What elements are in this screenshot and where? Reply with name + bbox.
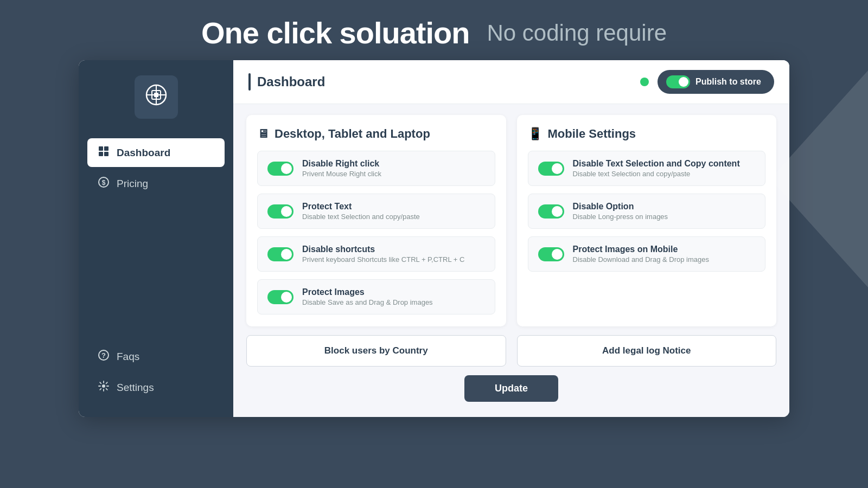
feature-desc-disable-option: Disable Long-press on images <box>573 213 756 221</box>
bottom-buttons-row: Block users by Country Add legal log Not… <box>246 335 776 367</box>
svg-rect-5 <box>99 146 103 151</box>
sidebar-item-pricing[interactable]: $ Pricing <box>87 169 225 198</box>
sidebar-item-label-dashboard: Dashboard <box>117 147 170 159</box>
toggle-protect-images-mobile[interactable] <box>538 247 564 261</box>
app-container: Dashboard $ Pricing ? <box>79 60 789 417</box>
sidebar-item-dashboard[interactable]: Dashboard <box>87 138 225 167</box>
sidebar-item-label-settings: Settings <box>117 382 154 394</box>
status-dot <box>640 78 649 86</box>
svg-rect-8 <box>104 152 108 156</box>
toggle-disable-option[interactable] <box>538 204 564 219</box>
sidebar-bottom: ? Faqs Settings <box>79 333 233 417</box>
dashboard-icon <box>98 146 109 159</box>
mobile-icon: 📱 <box>528 127 542 141</box>
desktop-icon: 🖥 <box>257 127 269 141</box>
header-title: One click soluation <box>201 15 469 50</box>
toggle-protect-text[interactable] <box>267 204 293 219</box>
toggle-disable-text-selection[interactable] <box>538 162 564 176</box>
feature-name-disable-option: Disable Option <box>573 202 756 211</box>
block-users-button[interactable]: Block users by Country <box>246 335 506 367</box>
topbar-border-accent <box>248 73 251 91</box>
topbar-right: Publish to store <box>640 70 774 94</box>
feature-text-protect-images-mobile: Protect Images on Mobile Disable Downloa… <box>573 245 756 264</box>
topbar-title: Dashboard <box>257 74 325 89</box>
sidebar-item-label-pricing: Pricing <box>117 178 148 190</box>
feature-desc-disable-text-selection: Disable text Selection and copy/paste <box>573 170 756 178</box>
feature-desc-disable-shortcuts: Privent keyboard Shortcuts like CTRL + P… <box>302 255 485 264</box>
publish-label: Publish to store <box>695 77 761 87</box>
legal-log-button[interactable]: Add legal log Notice <box>517 335 777 367</box>
feature-text-protect-text: Protect Text Disable text Selection and … <box>302 202 485 221</box>
feature-text-disable-right-click: Disable Right click Privent Mouse Right … <box>302 159 485 178</box>
sidebar-nav: Dashboard $ Pricing <box>79 134 233 333</box>
feature-desc-disable-right-click: Privent Mouse Right click <box>302 170 485 178</box>
sidebar: Dashboard $ Pricing ? <box>79 60 233 417</box>
faqs-icon: ? <box>98 350 109 363</box>
mobile-section-title: 📱 Mobile Settings <box>528 127 766 141</box>
sidebar-logo <box>79 60 233 134</box>
feature-text-disable-text-selection: Disable Text Selection and Copy content … <box>573 159 756 178</box>
pricing-icon: $ <box>98 177 109 190</box>
feature-desc-protect-images-mobile: Disable Download and Drag & Drop images <box>573 255 756 264</box>
sidebar-item-faqs[interactable]: ? Faqs <box>87 342 225 371</box>
feature-name-disable-text-selection: Disable Text Selection and Copy content <box>573 159 756 169</box>
svg-point-13 <box>102 384 105 388</box>
dashboard-body: 🖥 Desktop, Tablet and Laptop Disable Rig… <box>233 104 789 417</box>
mobile-section: 📱 Mobile Settings Disable Text Selection… <box>517 115 777 326</box>
settings-icon <box>98 381 109 394</box>
feature-protect-images-mobile: Protect Images on Mobile Disable Downloa… <box>528 236 766 272</box>
feature-disable-right-click: Disable Right click Privent Mouse Right … <box>257 151 495 186</box>
feature-text-disable-shortcuts: Disable shortcuts Privent keyboard Short… <box>302 245 485 264</box>
svg-rect-4 <box>154 93 158 97</box>
feature-protect-images: Protect Images Disable Save as and Drag … <box>257 279 495 314</box>
topbar-title-wrap: Dashboard <box>248 73 325 91</box>
desktop-section-title: 🖥 Desktop, Tablet and Laptop <box>257 127 495 141</box>
logo-box <box>135 75 178 119</box>
feature-desc-protect-text: Disable text Selection and copy/paste <box>302 213 485 221</box>
toggle-pill <box>666 75 690 88</box>
update-button[interactable]: Update <box>464 375 558 402</box>
feature-name-protect-text: Protect Text <box>302 202 485 211</box>
feature-disable-shortcuts: Disable shortcuts Privent keyboard Short… <box>257 236 495 272</box>
header-subtitle: No coding require <box>487 20 667 46</box>
feature-desc-protect-images: Disable Save as and Drag & Drop images <box>302 298 485 306</box>
sidebar-item-settings[interactable]: Settings <box>87 373 225 402</box>
svg-text:$: $ <box>102 179 106 187</box>
main-content: Dashboard Publish to store 🖥 <box>233 60 789 417</box>
sections-row: 🖥 Desktop, Tablet and Laptop Disable Rig… <box>246 115 776 326</box>
svg-text:?: ? <box>101 351 106 359</box>
feature-name-disable-shortcuts: Disable shortcuts <box>302 245 485 254</box>
toggle-protect-images[interactable] <box>267 290 293 304</box>
feature-text-disable-option: Disable Option Disable Long-press on ima… <box>573 202 756 221</box>
toggle-disable-shortcuts[interactable] <box>267 247 293 261</box>
feature-disable-option: Disable Option Disable Long-press on ima… <box>528 194 766 229</box>
desktop-section: 🖥 Desktop, Tablet and Laptop Disable Rig… <box>246 115 506 326</box>
svg-rect-6 <box>104 146 108 151</box>
toggle-knob <box>679 77 688 87</box>
update-row: Update <box>246 375 776 406</box>
app-header: One click soluation No coding require <box>0 0 868 60</box>
logo-icon <box>144 83 168 112</box>
feature-name-protect-images: Protect Images <box>302 287 485 297</box>
svg-rect-7 <box>99 152 103 156</box>
feature-disable-text-selection: Disable Text Selection and Copy content … <box>528 151 766 186</box>
toggle-disable-right-click[interactable] <box>267 162 293 176</box>
topbar: Dashboard Publish to store <box>233 60 789 104</box>
feature-name-protect-images-mobile: Protect Images on Mobile <box>573 245 756 254</box>
feature-name-disable-right-click: Disable Right click <box>302 159 485 169</box>
feature-protect-text: Protect Text Disable text Selection and … <box>257 194 495 229</box>
publish-to-store-button[interactable]: Publish to store <box>658 70 774 94</box>
sidebar-item-label-faqs: Faqs <box>117 351 139 363</box>
feature-text-protect-images: Protect Images Disable Save as and Drag … <box>302 287 485 306</box>
